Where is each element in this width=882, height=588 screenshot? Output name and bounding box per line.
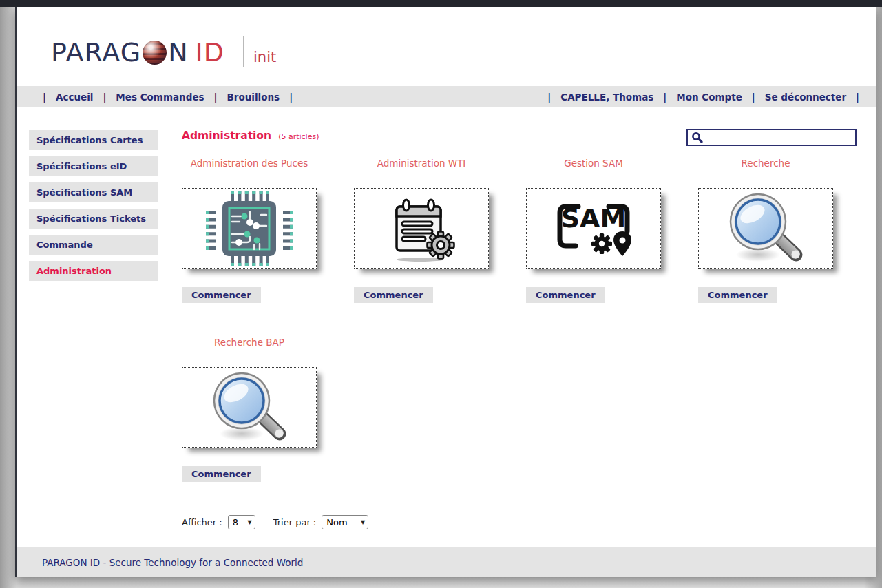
display-count-select[interactable]: 8: [228, 515, 255, 529]
card-gestion-sam: Gestion SAM SAM: [526, 158, 698, 303]
logo-text-id: ID: [196, 37, 224, 67]
logo-separator: [243, 36, 244, 67]
nav-left-group: Accueil Mes Commandes Brouillons: [33, 92, 293, 103]
nav-item-mon-compte[interactable]: Mon Compte: [653, 92, 742, 103]
sort-select-wrap: Nom ▼: [322, 515, 368, 529]
card-image[interactable]: [182, 367, 317, 448]
footer-text: PARAGON ID - Secure Technology for a Con…: [42, 557, 303, 568]
sam-icon-label: SAM: [561, 203, 627, 233]
card-image[interactable]: [182, 188, 317, 269]
page-title: Administration: [182, 129, 271, 142]
sidebar-item-administration[interactable]: Administration: [29, 261, 158, 281]
window-top-bar: [0, 0, 882, 7]
magnifier-icon: [206, 369, 293, 446]
top-nav-bar: Accueil Mes Commandes Brouillons CAPELLE…: [17, 86, 876, 107]
card-recherche-bap: Recherche BAP Commencer: [182, 337, 354, 482]
nav-item-se-deconnecter[interactable]: Se déconnecter: [742, 92, 846, 103]
sidebar-item-specifications-cartes[interactable]: Spécifications Cartes: [29, 130, 158, 150]
search-input[interactable]: [706, 132, 852, 143]
logo-tagline: init: [253, 47, 276, 67]
sidebar-item-specifications-eid[interactable]: Spécifications eID: [29, 156, 158, 176]
card-administration-wti: Administration WTI: [354, 158, 526, 303]
nav-item-user-name[interactable]: CAPELLE, Thomas: [538, 92, 653, 103]
commencer-button[interactable]: Commencer: [354, 287, 433, 303]
sort-label: Trier par :: [273, 517, 317, 527]
commencer-button[interactable]: Commencer: [698, 287, 777, 303]
card-image[interactable]: SAM: [526, 188, 661, 269]
article-count: (5 articles): [278, 132, 319, 141]
cards-row-2: Recherche BAP Commencer: [182, 337, 354, 482]
clipboard-gear-icon: [381, 193, 461, 264]
chip-icon: [206, 191, 293, 266]
sidebar: Spécifications Cartes Spécifications eID…: [29, 130, 158, 287]
card-title: Administration des Puces: [182, 158, 317, 169]
display-count-select-wrap: 8 ▼: [228, 515, 255, 529]
card-title: Gestion SAM: [526, 158, 661, 169]
list-controls: Afficher : 8 ▼ Trier par : Nom ▼: [182, 515, 386, 529]
app-window: PARAGNID init Accueil Mes Commandes Brou…: [15, 7, 876, 577]
card-administration-des-puces: Administration des Puces: [182, 158, 354, 303]
nav-item-accueil[interactable]: Accueil: [33, 92, 93, 103]
sidebar-item-commande[interactable]: Commande: [29, 235, 158, 255]
commencer-button[interactable]: Commencer: [182, 466, 261, 482]
nav-item-brouillons[interactable]: Brouillons: [204, 92, 280, 103]
card-recherche: Recherche: [698, 158, 870, 303]
commencer-button[interactable]: Commencer: [526, 287, 605, 303]
sam-card-icon: SAM: [551, 196, 636, 262]
display-count-label: Afficher :: [182, 517, 222, 527]
card-image[interactable]: [698, 188, 833, 269]
logo-text-n: N: [168, 37, 188, 67]
search-box: [686, 129, 857, 146]
cards-row-1: Administration des Puces: [182, 158, 870, 303]
search-icon: [691, 132, 703, 143]
card-image[interactable]: [354, 188, 489, 269]
sidebar-item-specifications-tickets[interactable]: Spécifications Tickets: [29, 209, 158, 229]
page-heading: Administration (5 articles): [182, 129, 319, 142]
card-title: Recherche: [698, 158, 833, 169]
logo-text-parag: PARAG: [51, 37, 141, 67]
card-title: Recherche BAP: [182, 337, 317, 348]
sort-select[interactable]: Nom: [322, 515, 368, 529]
commencer-button[interactable]: Commencer: [182, 287, 261, 303]
footer-bar: PARAGON ID - Secure Technology for a Con…: [17, 547, 876, 577]
logo-globe-icon: [143, 41, 167, 65]
nav-right-group: CAPELLE, Thomas Mon Compte Se déconnecte…: [538, 92, 859, 103]
nav-item-mes-commandes[interactable]: Mes Commandes: [93, 92, 204, 103]
magnifier-icon: [722, 190, 809, 267]
card-title: Administration WTI: [354, 158, 489, 169]
paragon-id-logo: PARAGNID init: [51, 34, 276, 67]
sidebar-item-specifications-sam[interactable]: Spécifications SAM: [29, 182, 158, 202]
